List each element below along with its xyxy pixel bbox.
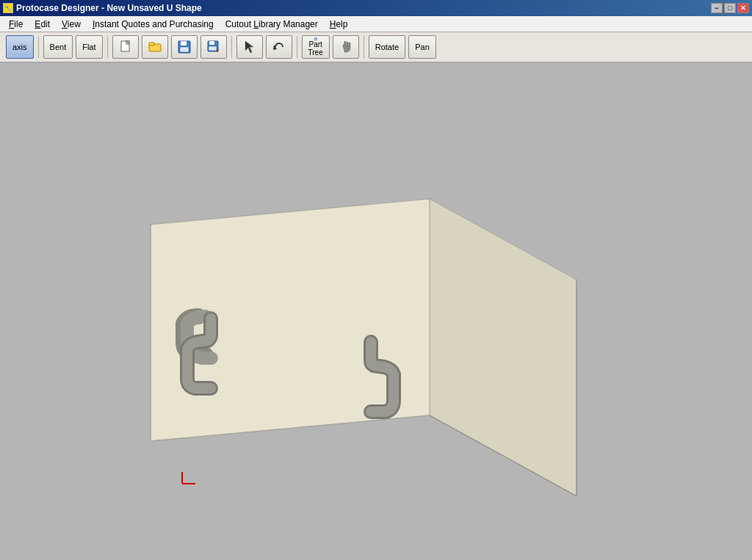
save-icon bbox=[178, 40, 191, 54]
hand-icon bbox=[339, 40, 352, 54]
bent-button[interactable]: Bent bbox=[43, 35, 73, 59]
save-as-button[interactable]: + bbox=[200, 35, 227, 59]
title-bar-controls[interactable]: − □ ✕ bbox=[711, 3, 749, 13]
svg-point-32 bbox=[428, 197, 431, 200]
new-file-icon bbox=[119, 40, 132, 54]
svg-rect-9 bbox=[209, 41, 214, 45]
menu-instant-quotes[interactable]: Instant Quotes and Purchasing bbox=[87, 18, 220, 31]
close-button[interactable]: ✕ bbox=[737, 3, 749, 13]
svg-marker-12 bbox=[245, 41, 253, 53]
svg-rect-6 bbox=[181, 41, 187, 46]
save-button[interactable] bbox=[171, 35, 198, 59]
svg-text:+: + bbox=[216, 48, 219, 54]
axis-label: axis bbox=[12, 43, 27, 51]
part-tree-label: PartTree bbox=[308, 40, 323, 57]
svg-rect-18 bbox=[315, 37, 317, 38]
hand-button[interactable] bbox=[333, 35, 359, 59]
title-bar: 🔧 Protocase Designer - New Unsaved U Sha… bbox=[0, 0, 752, 16]
undo-icon bbox=[272, 40, 286, 54]
flat-label: Flat bbox=[82, 43, 95, 51]
open-folder-button[interactable] bbox=[142, 35, 168, 59]
undo-button[interactable] bbox=[266, 35, 292, 59]
menu-bar: File Edit View Instant Quotes and Purcha… bbox=[0, 16, 752, 32]
app-icon: 🔧 bbox=[3, 3, 13, 13]
pan-label: Pan bbox=[415, 43, 430, 51]
minimize-button[interactable]: − bbox=[711, 3, 723, 13]
separator-3 bbox=[231, 36, 232, 58]
axis-button[interactable]: axis bbox=[6, 35, 34, 59]
separator-5 bbox=[364, 36, 364, 58]
scene bbox=[0, 63, 752, 560]
rotate-label: Rotate bbox=[375, 43, 399, 51]
menu-file[interactable]: File bbox=[3, 18, 29, 31]
select-button[interactable] bbox=[236, 35, 263, 59]
separator-4 bbox=[297, 36, 297, 58]
open-folder-icon bbox=[148, 40, 162, 54]
flat-button[interactable]: Flat bbox=[76, 35, 102, 59]
rotate-button[interactable]: Rotate bbox=[369, 35, 405, 59]
bent-label: Bent bbox=[50, 43, 67, 51]
pan-button[interactable]: Pan bbox=[408, 35, 436, 59]
menu-edit[interactable]: Edit bbox=[29, 18, 56, 31]
menu-help[interactable]: Help bbox=[324, 18, 354, 31]
svg-rect-4 bbox=[149, 43, 154, 46]
title-bar-left: 🔧 Protocase Designer - New Unsaved U Sha… bbox=[3, 3, 202, 13]
menu-view[interactable]: View bbox=[56, 18, 87, 31]
toolbar: axis Bent Flat bbox=[0, 32, 752, 63]
svg-point-33 bbox=[575, 278, 578, 281]
select-icon bbox=[243, 40, 256, 54]
save-as-icon: + bbox=[207, 40, 220, 54]
svg-rect-7 bbox=[180, 47, 189, 52]
new-file-button[interactable] bbox=[112, 35, 139, 59]
part-tree-button[interactable]: PartTree bbox=[302, 35, 330, 59]
svg-rect-19 bbox=[315, 39, 317, 40]
viewport[interactable] bbox=[0, 63, 752, 560]
menu-cutout-library[interactable]: Cutout Library Manager bbox=[220, 18, 324, 31]
svg-point-31 bbox=[149, 223, 152, 226]
separator-2 bbox=[107, 36, 108, 58]
window-title: Protocase Designer - New Unsaved U Shape bbox=[16, 3, 202, 13]
maximize-button[interactable]: □ bbox=[724, 3, 736, 13]
separator-1 bbox=[38, 36, 39, 58]
